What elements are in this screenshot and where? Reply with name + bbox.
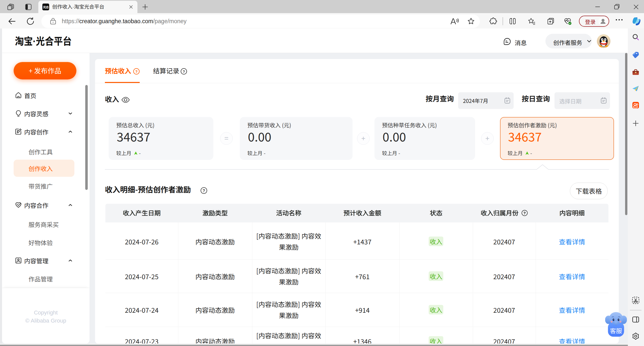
svg-text:客服: 客服 [610, 326, 622, 335]
svg-text:?: ? [135, 69, 137, 74]
svg-text:?: ? [523, 211, 526, 215]
svg-text:?: ? [203, 189, 205, 193]
svg-text:?: ? [183, 69, 185, 74]
